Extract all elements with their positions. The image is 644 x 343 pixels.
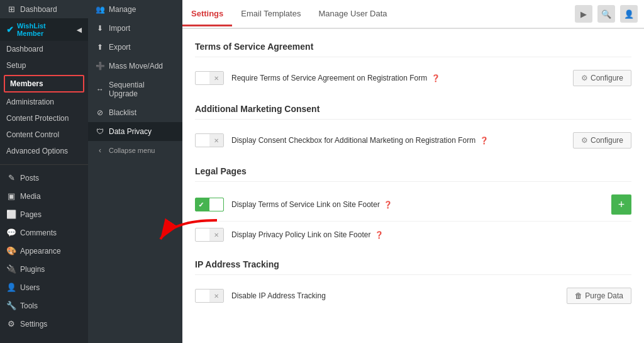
sidebar-item-setup[interactable]: Setup	[0, 57, 88, 74]
marketing-info-icon[interactable]: ❓	[480, 137, 489, 144]
tab-manage-user-data[interactable]: Manage User Data	[309, 3, 396, 26]
legal-tos-label: Display Terms of Service Link on Site Fo…	[231, 200, 604, 209]
mass-move-label: Mass Move/Add	[109, 62, 163, 70]
settings-label: Settings	[20, 320, 47, 329]
sidebar-item-comments[interactable]: 💬 Comments	[0, 223, 88, 242]
legal-tos-toggle-row: ✓ Display Terms of Service Link on Site …	[195, 188, 631, 222]
comments-label: Comments	[20, 228, 57, 237]
legal-plus-button[interactable]: +	[611, 194, 631, 215]
ip-toggle[interactable]: ✕	[195, 289, 224, 303]
sidebar-item-advanced-options[interactable]: Advanced Options	[0, 143, 88, 159]
legal-privacy-toggle[interactable]: ✕	[195, 228, 224, 242]
sidebar-item-content-protection[interactable]: Content Protection	[0, 110, 88, 127]
ip-setting-label: Disable IP Address Tracking	[231, 291, 559, 300]
users-label: Users	[20, 283, 40, 292]
data-privacy-icon: 🛡	[96, 127, 104, 136]
legal-privacy-toggle-row: ✕ Display Privacy Policy Link on Site Fo…	[195, 222, 631, 248]
marketing-gear-icon: ⚙	[581, 136, 588, 145]
ip-toggle-row: ✕ Disable IP Address Tracking 🗑 Purge Da…	[195, 281, 631, 310]
members-box: Members	[4, 75, 84, 93]
sub-item-mass-move[interactable]: ➕ Mass Move/Add	[88, 57, 182, 76]
tab-icons: ▶ 🔍 👤	[569, 0, 644, 28]
sidebar-item-members[interactable]: Members	[5, 76, 83, 91]
tab-settings[interactable]: Settings	[182, 3, 232, 26]
tos-setting-label: Require Terms of Service Agreement on Re…	[231, 74, 565, 82]
sidebar-item-posts[interactable]: ✎ Posts	[0, 169, 88, 187]
wl-dashboard-label: Dashboard	[6, 45, 43, 53]
legal-privacy-info-icon[interactable]: ❓	[375, 231, 384, 239]
purge-icon: 🗑	[575, 291, 582, 300]
manage-icon: 👥	[96, 5, 104, 14]
tos-configure-button[interactable]: ⚙ Configure	[573, 70, 631, 86]
marketing-toggle[interactable]: ✕	[195, 133, 224, 147]
sub-item-import[interactable]: ⬇ Import	[88, 19, 182, 38]
purge-data-button[interactable]: 🗑 Purge Data	[567, 288, 631, 304]
sub-item-sequential-upgrade[interactable]: ↔ Sequential Upgrade	[88, 76, 182, 103]
advanced-options-label: Advanced Options	[6, 147, 68, 155]
export-icon: ⬆	[96, 43, 104, 52]
collapse-label: Collapse menu	[109, 147, 155, 154]
sidebar-item-plugins[interactable]: 🔌 Plugins	[0, 260, 88, 278]
plugins-icon: 🔌	[6, 264, 16, 274]
sidebar-item-content-control[interactable]: Content Control	[0, 127, 88, 143]
sub-item-manage[interactable]: 👥 Manage	[88, 0, 182, 19]
legal-privacy-thumb: ✕	[209, 228, 223, 241]
pages-label: Pages	[20, 210, 42, 219]
sidebar-item-administration[interactable]: Administration	[0, 94, 88, 110]
blacklist-icon: ⊘	[96, 108, 104, 117]
content-area: Terms of Service Agreement ✕ Require Ter…	[182, 29, 644, 343]
tos-gear-icon: ⚙	[581, 74, 588, 82]
legal-tos-toggle[interactable]: ✓	[195, 198, 224, 211]
pages-icon: ⬜	[6, 210, 16, 219]
sub-item-blacklist[interactable]: ⊘ Blacklist	[88, 103, 182, 122]
marketing-toggle-thumb: ✕	[209, 134, 223, 147]
dashboard-icon: ⊞	[6, 4, 16, 14]
arrow-icon: ◀	[77, 26, 82, 33]
sidebar-item-appearance[interactable]: 🎨 Appearance	[0, 242, 88, 260]
sub-sidebar: 👥 Manage ⬇ Import ⬆ Export ➕ Mass Move/A…	[88, 0, 182, 343]
sidebar-item-wl-dashboard[interactable]: Dashboard	[0, 41, 88, 57]
legal-tos-info-icon[interactable]: ❓	[384, 201, 392, 208]
sub-item-export[interactable]: ⬆ Export	[88, 38, 182, 57]
tos-info-icon[interactable]: ❓	[431, 74, 440, 82]
appearance-icon: 🎨	[6, 246, 16, 256]
sidebar-item-dashboard[interactable]: ⊞ Dashboard	[0, 0, 88, 18]
tos-section: Terms of Service Agreement ✕ Require Ter…	[195, 42, 631, 93]
tos-section-title: Terms of Service Agreement	[195, 42, 631, 57]
sub-item-collapse[interactable]: ‹ Collapse menu	[88, 141, 182, 160]
ip-section: IP Address Tracking ✕ Disable IP Address…	[195, 259, 631, 310]
blacklist-label: Blacklist	[109, 108, 136, 117]
content-protection-label: Content Protection	[6, 114, 69, 123]
comments-icon: 💬	[6, 228, 16, 237]
sub-item-data-privacy[interactable]: 🛡 Data Privacy	[88, 122, 182, 141]
plugins-label: Plugins	[20, 265, 45, 274]
export-label: Export	[109, 43, 131, 52]
sidebar-item-wishlist[interactable]: ✔ WishList Member ◀	[0, 18, 88, 41]
sidebar-item-pages[interactable]: ⬜ Pages	[0, 205, 88, 223]
sidebar-item-settings[interactable]: ⚙ Settings	[0, 315, 88, 333]
sidebar-item-tools[interactable]: 🔧 Tools	[0, 296, 88, 315]
collapse-icon: ‹	[96, 146, 104, 155]
manage-label: Manage	[109, 5, 136, 14]
users-icon: 👤	[6, 283, 16, 292]
sidebar-item-label: Dashboard	[20, 5, 57, 14]
sidebar-item-users[interactable]: 👤 Users	[0, 278, 88, 296]
tab-email-templates[interactable]: Email Templates	[232, 3, 309, 26]
sequential-icon: ↔	[96, 85, 104, 94]
tos-toggle-thumb: ✕	[209, 72, 223, 84]
tools-icon: 🔧	[6, 301, 16, 310]
appearance-label: Appearance	[20, 247, 61, 256]
sidebar-item-media[interactable]: ▣ Media	[0, 187, 88, 205]
main-content: Settings Email Templates Manage User Dat…	[182, 0, 644, 343]
ip-section-title: IP Address Tracking	[195, 259, 631, 275]
video-icon[interactable]: ▶	[575, 5, 592, 23]
media-label: Media	[20, 192, 41, 201]
tos-toggle[interactable]: ✕	[195, 71, 224, 85]
marketing-section-title: Additional Marketing Consent	[195, 104, 631, 120]
marketing-toggle-row: ✕ Display Consent Checkbox for Additiona…	[195, 126, 631, 155]
marketing-configure-button[interactable]: ⚙ Configure	[573, 132, 631, 149]
marketing-setting-label: Display Consent Checkbox for Additional …	[231, 136, 565, 145]
user-icon[interactable]: 👤	[620, 5, 638, 23]
settings-icon: ⚙	[6, 319, 16, 329]
search-icon[interactable]: 🔍	[597, 5, 615, 23]
